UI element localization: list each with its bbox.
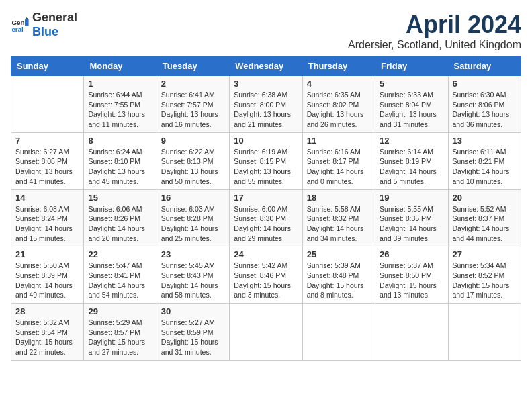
day-number: 17 [234,193,298,203]
day-number: 13 [453,136,517,146]
calendar-cell: 30Sunrise: 5:27 AMSunset: 8:59 PMDayligh… [157,304,229,361]
calendar-cell: 12Sunrise: 6:14 AMSunset: 8:19 PMDayligh… [375,132,448,189]
day-info: Sunrise: 5:32 AMSunset: 8:54 PMDaylight:… [15,318,79,357]
calendar-cell: 7Sunrise: 6:27 AMSunset: 8:08 PMDaylight… [11,132,84,189]
header-wednesday: Wednesday [230,57,302,76]
calendar-week-4: 21Sunrise: 5:50 AMSunset: 8:39 PMDayligh… [11,246,521,304]
calendar-cell: 3Sunrise: 6:38 AMSunset: 8:00 PMDaylight… [230,76,302,133]
day-number: 8 [88,136,152,146]
day-info: Sunrise: 5:34 AMSunset: 8:52 PMDaylight:… [453,261,517,300]
calendar-week-5: 28Sunrise: 5:32 AMSunset: 8:54 PMDayligh… [11,304,521,361]
day-info: Sunrise: 6:16 AMSunset: 8:17 PMDaylight:… [307,147,371,187]
logo-icon: Gen eral [11,15,30,34]
calendar-cell: 10Sunrise: 6:19 AMSunset: 8:15 PMDayligh… [230,132,302,189]
calendar-cell: 6Sunrise: 6:30 AMSunset: 8:06 PMDaylight… [448,76,521,133]
calendar-cell: 27Sunrise: 5:34 AMSunset: 8:52 PMDayligh… [448,246,521,304]
day-number: 7 [15,136,79,146]
day-info: Sunrise: 6:27 AMSunset: 8:08 PMDaylight:… [15,147,79,187]
title-area: April 2024 Ardersier, Scotland, United K… [348,11,521,51]
header-tuesday: Tuesday [157,57,229,76]
day-info: Sunrise: 6:14 AMSunset: 8:19 PMDaylight:… [380,147,443,187]
calendar-week-2: 7Sunrise: 6:27 AMSunset: 8:08 PMDaylight… [11,132,521,189]
day-info: Sunrise: 6:22 AMSunset: 8:13 PMDaylight:… [161,147,225,187]
svg-marker-3 [26,17,28,19]
page-header: Gen eral General Blue April 2024 Ardersi… [11,11,521,51]
calendar-cell: 23Sunrise: 5:45 AMSunset: 8:43 PMDayligh… [157,246,229,304]
header-saturday: Saturday [448,57,521,76]
calendar-table: SundayMondayTuesdayWednesdayThursdayFrid… [11,56,521,361]
day-info: Sunrise: 5:55 AMSunset: 8:35 PMDaylight:… [380,204,443,244]
day-number: 28 [15,306,79,316]
day-number: 29 [88,306,152,316]
day-number: 6 [453,79,517,89]
calendar-cell [11,76,84,133]
day-number: 5 [380,79,443,89]
day-info: Sunrise: 5:29 AMSunset: 8:57 PMDaylight:… [88,318,152,357]
calendar-cell: 29Sunrise: 5:29 AMSunset: 8:57 PMDayligh… [84,304,157,361]
calendar-cell: 11Sunrise: 6:16 AMSunset: 8:17 PMDayligh… [302,132,375,189]
calendar-cell: 13Sunrise: 6:11 AMSunset: 8:21 PMDayligh… [448,132,521,189]
calendar-cell: 4Sunrise: 6:35 AMSunset: 8:02 PMDaylight… [302,76,375,133]
header-sunday: Sunday [11,57,84,76]
day-info: Sunrise: 6:35 AMSunset: 8:02 PMDaylight:… [307,90,371,130]
day-info: Sunrise: 5:39 AMSunset: 8:48 PMDaylight:… [307,261,371,300]
day-number: 20 [453,193,517,203]
header-thursday: Thursday [302,57,375,76]
day-info: Sunrise: 5:52 AMSunset: 8:37 PMDaylight:… [453,204,517,244]
calendar-header-row: SundayMondayTuesdayWednesdayThursdayFrid… [11,57,521,76]
day-number: 30 [161,306,225,316]
day-number: 19 [380,193,443,203]
logo: Gen eral General Blue [11,11,77,39]
day-info: Sunrise: 6:19 AMSunset: 8:15 PMDaylight:… [234,147,298,187]
day-info: Sunrise: 5:58 AMSunset: 8:32 PMDaylight:… [307,204,371,244]
day-info: Sunrise: 6:24 AMSunset: 8:10 PMDaylight:… [88,147,152,187]
svg-marker-2 [25,19,29,26]
logo-blue-text: Blue [32,25,58,38]
day-info: Sunrise: 5:47 AMSunset: 8:41 PMDaylight:… [88,261,152,300]
header-monday: Monday [84,57,157,76]
day-info: Sunrise: 5:42 AMSunset: 8:46 PMDaylight:… [234,261,298,300]
calendar-cell: 28Sunrise: 5:32 AMSunset: 8:54 PMDayligh… [11,304,84,361]
calendar-cell: 25Sunrise: 5:39 AMSunset: 8:48 PMDayligh… [302,246,375,304]
calendar-cell: 15Sunrise: 6:06 AMSunset: 8:26 PMDayligh… [84,189,157,246]
calendar-cell: 22Sunrise: 5:47 AMSunset: 8:41 PMDayligh… [84,246,157,304]
day-info: Sunrise: 6:00 AMSunset: 8:30 PMDaylight:… [234,204,298,244]
calendar-cell: 8Sunrise: 6:24 AMSunset: 8:10 PMDaylight… [84,132,157,189]
calendar-cell: 1Sunrise: 6:44 AMSunset: 7:55 PMDaylight… [84,76,157,133]
calendar-cell: 21Sunrise: 5:50 AMSunset: 8:39 PMDayligh… [11,246,84,304]
calendar-cell: 24Sunrise: 5:42 AMSunset: 8:46 PMDayligh… [230,246,302,304]
day-number: 22 [88,249,152,259]
calendar-cell [448,304,521,361]
calendar-cell: 19Sunrise: 5:55 AMSunset: 8:35 PMDayligh… [375,189,448,246]
day-number: 26 [380,249,443,259]
calendar-cell: 5Sunrise: 6:33 AMSunset: 8:04 PMDaylight… [375,76,448,133]
day-info: Sunrise: 5:37 AMSunset: 8:50 PMDaylight:… [380,261,443,300]
day-info: Sunrise: 6:38 AMSunset: 8:00 PMDaylight:… [234,90,298,130]
calendar-week-3: 14Sunrise: 6:08 AMSunset: 8:24 PMDayligh… [11,189,521,246]
calendar-cell [230,304,302,361]
day-number: 27 [453,249,517,259]
day-info: Sunrise: 5:45 AMSunset: 8:43 PMDaylight:… [161,261,225,300]
day-info: Sunrise: 6:30 AMSunset: 8:06 PMDaylight:… [453,90,517,130]
calendar-cell: 20Sunrise: 5:52 AMSunset: 8:37 PMDayligh… [448,189,521,246]
day-number: 3 [234,79,298,89]
calendar-cell: 17Sunrise: 6:00 AMSunset: 8:30 PMDayligh… [230,189,302,246]
location-title: Ardersier, Scotland, United Kingdom [348,39,521,51]
day-info: Sunrise: 5:27 AMSunset: 8:59 PMDaylight:… [161,318,225,357]
calendar-cell: 16Sunrise: 6:03 AMSunset: 8:28 PMDayligh… [157,189,229,246]
day-number: 2 [161,79,225,89]
day-info: Sunrise: 5:50 AMSunset: 8:39 PMDaylight:… [15,261,79,300]
day-info: Sunrise: 6:03 AMSunset: 8:28 PMDaylight:… [161,204,225,244]
day-number: 12 [380,136,443,146]
calendar-cell: 18Sunrise: 5:58 AMSunset: 8:32 PMDayligh… [302,189,375,246]
day-number: 14 [15,193,79,203]
day-number: 1 [88,79,152,89]
day-number: 18 [307,193,371,203]
day-number: 24 [234,249,298,259]
calendar-cell: 14Sunrise: 6:08 AMSunset: 8:24 PMDayligh… [11,189,84,246]
day-number: 23 [161,249,225,259]
day-number: 15 [88,193,152,203]
day-info: Sunrise: 6:44 AMSunset: 7:55 PMDaylight:… [88,90,152,130]
day-number: 21 [15,249,79,259]
svg-text:eral: eral [11,26,24,33]
